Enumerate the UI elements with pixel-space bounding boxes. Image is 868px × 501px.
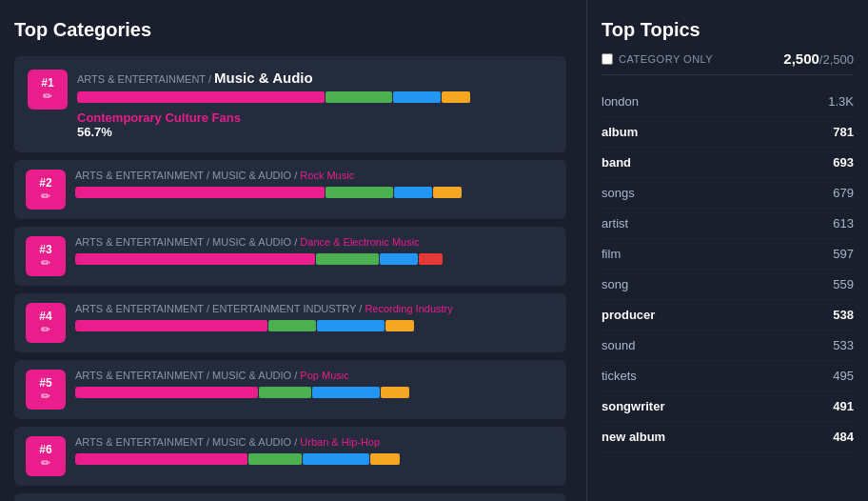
breadcrumb-1: ARTS & ENTERTAINMENT / Music & Audio xyxy=(77,70,553,86)
bar-segment-1 xyxy=(248,453,301,465)
category-item-1[interactable]: #1✏ARTS & ENTERTAINMENT / Music & AudioC… xyxy=(14,56,566,152)
pencil-icon: ✏ xyxy=(43,90,52,103)
featured-label: Contemporary Culture Fans xyxy=(77,110,553,125)
rank-number: #3 xyxy=(39,244,51,255)
rank-number: #4 xyxy=(39,311,51,322)
category-content-5: ARTS & ENTERTAINMENT / MUSIC & AUDIO / P… xyxy=(75,370,555,398)
category-content-3: ARTS & ENTERTAINMENT / MUSIC & AUDIO / D… xyxy=(75,236,555,265)
topic-item-9[interactable]: sound533 xyxy=(602,331,854,361)
bar-segment-0 xyxy=(75,387,258,398)
rank-number: #1 xyxy=(41,77,53,89)
breadcrumb-plain: ARTS & ENTERTAINMENT / ENTERTAINMENT IND… xyxy=(75,303,365,314)
topic-item-12[interactable]: new album484 xyxy=(602,422,854,452)
topic-item-3[interactable]: band693 xyxy=(602,148,854,178)
topic-item-2[interactable]: album781 xyxy=(602,117,854,148)
rank-badge-1: #1✏ xyxy=(28,70,68,110)
bar-segment-3 xyxy=(381,387,409,398)
topic-item-5[interactable]: artist613 xyxy=(602,209,854,239)
topic-item-4[interactable]: songs679 xyxy=(602,178,854,209)
breadcrumb-2: ARTS & ENTERTAINMENT / MUSIC & AUDIO / R… xyxy=(75,170,555,181)
category-only-filter[interactable]: CATEGORY ONLY xyxy=(602,53,713,65)
topic-count-1: 1.3K xyxy=(828,94,854,109)
category-content-2: ARTS & ENTERTAINMENT / MUSIC & AUDIO / R… xyxy=(75,170,555,198)
category-link[interactable]: Pop Music xyxy=(300,370,348,381)
topic-name-12: new album xyxy=(602,430,665,444)
bar-segment-3 xyxy=(442,91,470,103)
topic-count-5: 613 xyxy=(833,216,854,230)
bar-segment-3 xyxy=(419,253,443,265)
right-panel: Top Topics CATEGORY ONLY 2,500/2,500 lon… xyxy=(586,0,868,501)
left-title: Top Categories xyxy=(14,19,566,41)
bar-segment-2 xyxy=(312,387,380,398)
category-item-4[interactable]: #4✏ARTS & ENTERTAINMENT / ENTERTAINMENT … xyxy=(14,293,566,352)
topic-item-8[interactable]: producer538 xyxy=(602,300,854,331)
category-link[interactable]: Dance & Electronic Music xyxy=(300,236,419,248)
category-link[interactable]: Recording Industry xyxy=(365,303,452,314)
breadcrumb-plain: ARTS & ENTERTAINMENT / MUSIC & AUDIO / xyxy=(75,236,300,248)
rank-badge-2: #2✏ xyxy=(26,170,66,210)
bar-segment-2 xyxy=(317,320,385,331)
bar-segment-3 xyxy=(433,187,462,198)
topic-count-display: 2,500/2,500 xyxy=(783,50,854,67)
category-content-6: ARTS & ENTERTAINMENT / MUSIC & AUDIO / U… xyxy=(75,436,555,465)
bar-segment-0 xyxy=(75,453,247,465)
bar-segment-0 xyxy=(77,91,325,103)
bar-segment-1 xyxy=(316,253,379,265)
topics-list: london1.3Kalbum781band693songs679artist6… xyxy=(602,87,854,452)
category-item-5[interactable]: #5✏ARTS & ENTERTAINMENT / MUSIC & AUDIO … xyxy=(14,360,566,419)
bar-chart-6 xyxy=(75,453,555,465)
featured-pct: 56.7% xyxy=(77,125,553,139)
right-title: Top Topics xyxy=(602,19,854,41)
bar-chart-4 xyxy=(75,320,555,331)
topic-item-10[interactable]: tickets495 xyxy=(602,361,854,391)
bar-chart-5 xyxy=(75,387,555,398)
topic-name-8: producer xyxy=(602,308,655,322)
topic-name-1: london xyxy=(602,94,639,109)
topic-count-11: 491 xyxy=(833,399,854,413)
categories-list: #1✏ARTS & ENTERTAINMENT / Music & AudioC… xyxy=(14,56,566,501)
pencil-icon: ✏ xyxy=(41,323,50,336)
topic-count-3: 693 xyxy=(833,155,854,170)
breadcrumb-plain: ARTS & ENTERTAINMENT / MUSIC & AUDIO / xyxy=(75,170,300,181)
bar-segment-2 xyxy=(393,91,441,103)
topic-count-9: 533 xyxy=(833,338,854,352)
bar-segment-1 xyxy=(259,387,311,398)
bar-chart-2 xyxy=(75,187,555,198)
topic-count-12: 484 xyxy=(833,430,854,444)
rank-number: #6 xyxy=(39,444,51,455)
topic-item-7[interactable]: song559 xyxy=(602,270,854,300)
breadcrumb-3: ARTS & ENTERTAINMENT / MUSIC & AUDIO / D… xyxy=(75,236,555,248)
bar-segment-3 xyxy=(370,453,399,465)
left-panel: Top Categories #1✏ARTS & ENTERTAINMENT /… xyxy=(0,0,581,501)
category-item-2[interactable]: #2✏ARTS & ENTERTAINMENT / MUSIC & AUDIO … xyxy=(14,160,566,219)
topic-count-6: 597 xyxy=(833,247,854,261)
topic-item-1[interactable]: london1.3K xyxy=(602,87,854,117)
topic-item-6[interactable]: film597 xyxy=(602,239,854,270)
bar-segment-0 xyxy=(75,187,325,198)
category-link[interactable]: Urban & Hip-Hop xyxy=(300,436,380,448)
total-count: /2,500 xyxy=(819,52,854,67)
pencil-icon: ✏ xyxy=(41,256,50,270)
category-item-3[interactable]: #3✏ARTS & ENTERTAINMENT / MUSIC & AUDIO … xyxy=(14,227,566,286)
filter-row: CATEGORY ONLY 2,500/2,500 xyxy=(602,50,854,75)
pencil-icon: ✏ xyxy=(41,190,50,203)
topic-name-5: artist xyxy=(602,216,628,230)
topic-name-7: song xyxy=(602,277,628,291)
breadcrumb-6: ARTS & ENTERTAINMENT / MUSIC & AUDIO / U… xyxy=(75,436,555,448)
category-only-checkbox[interactable] xyxy=(602,53,613,65)
topic-count-2: 781 xyxy=(833,125,854,139)
topic-item-11[interactable]: songwriter491 xyxy=(602,391,854,422)
current-count: 2,500 xyxy=(783,50,819,67)
category-content-1: ARTS & ENTERTAINMENT / Music & AudioCont… xyxy=(77,70,553,139)
bar-chart-1 xyxy=(77,91,553,103)
pencil-icon: ✏ xyxy=(41,390,50,403)
bar-segment-2 xyxy=(303,453,370,465)
bar-segment-1 xyxy=(268,320,316,331)
topic-count-7: 559 xyxy=(833,277,854,291)
topic-name-4: songs xyxy=(602,186,635,200)
filter-label: CATEGORY ONLY xyxy=(619,53,713,65)
category-link[interactable]: Rock Music xyxy=(300,170,354,181)
topic-count-4: 679 xyxy=(833,186,854,200)
category-item-7[interactable]: #7✏ARTS & ENTERTAINMENT / MUSIC & AUDIO … xyxy=(14,493,566,501)
category-item-6[interactable]: #6✏ARTS & ENTERTAINMENT / MUSIC & AUDIO … xyxy=(14,427,566,486)
